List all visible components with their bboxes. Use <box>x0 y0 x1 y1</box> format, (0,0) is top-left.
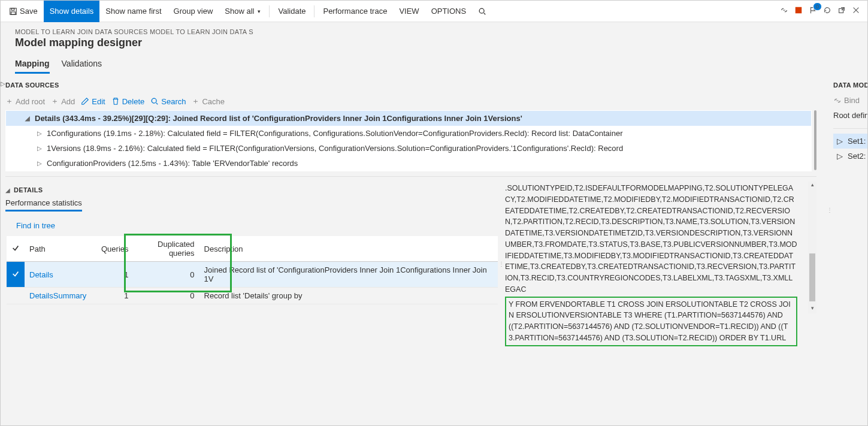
performance-trace-button[interactable]: Performance trace <box>317 1 393 22</box>
search-button[interactable]: Search <box>150 96 186 107</box>
tree-label: Details (343.4ms - 39.25%)[29][Q:29]: Jo… <box>35 114 522 123</box>
tree-row[interactable]: ▷ 1Versions (18.9ms - 2.16%): Calculated… <box>6 141 811 156</box>
details-header: DETAILS <box>14 186 43 194</box>
caret-right-icon[interactable]: ▷ <box>37 130 43 137</box>
data-sources-header: DATA SOURCES <box>5 74 816 92</box>
cell-desc: Joined Record list of 'ConfigurationProv… <box>199 262 498 288</box>
tree-label: 1Configurations (19.1ms - 2.18%): Calcul… <box>47 129 623 138</box>
splitter-handle[interactable]: ⋮ <box>498 182 505 346</box>
search-icon <box>150 97 159 105</box>
scroll-down-arrow[interactable]: ▾ <box>808 305 816 313</box>
save-label: Save <box>20 7 38 16</box>
group-view-button[interactable]: Group view <box>168 1 219 22</box>
caret-right-icon[interactable]: ▷ <box>37 145 43 152</box>
separator <box>314 5 314 17</box>
cell-queries: 1 <box>96 262 134 288</box>
main-toolbar: Save Show details Show name first Group … <box>1 1 867 22</box>
show-details-label: Show details <box>50 7 94 16</box>
show-all-dropdown[interactable]: Show all▾ <box>219 1 267 22</box>
save-icon <box>9 7 17 16</box>
notifications-button[interactable]: 0 <box>809 6 817 16</box>
collapse-panel-caret[interactable]: ▷ <box>1 80 5 346</box>
tab-mapping[interactable]: Mapping <box>15 55 50 74</box>
grid-row[interactable]: Details 1 0 Joined Record list of 'Confi… <box>7 262 498 288</box>
dm-label: Set2: Record <box>848 152 868 161</box>
scroll-thumb[interactable] <box>809 253 815 301</box>
add-button[interactable]: ＋Add <box>51 96 75 107</box>
caret-right-icon[interactable]: ▷ <box>837 137 843 146</box>
plus-icon: ＋ <box>5 96 13 107</box>
bind-button[interactable]: Bind <box>833 96 860 105</box>
svg-point-3 <box>479 8 484 13</box>
svg-line-4 <box>484 13 486 14</box>
close-button[interactable] <box>852 6 860 16</box>
cache-button[interactable]: ＋Cache <box>192 96 225 107</box>
delete-button[interactable]: Delete <box>111 96 145 107</box>
chevron-down-icon: ▾ <box>258 8 261 14</box>
data-model-row[interactable]: ▷ Set2: Record <box>833 149 868 164</box>
data-model-row[interactable]: ▷ Set1: Record <box>833 134 868 149</box>
cell-dup: 0 <box>134 288 199 304</box>
data-sources-tree: ◢ Details (343.4ms - 39.25%)[29][Q:29]: … <box>5 110 812 171</box>
tree-label: ConfigurationProviders (12.5ms - 1.43%):… <box>47 159 298 168</box>
svg-rect-5 <box>796 7 802 14</box>
validate-button[interactable]: Validate <box>272 1 311 22</box>
caret-right-icon[interactable]: ▷ <box>837 152 843 161</box>
cell-queries: 1 <box>96 288 134 304</box>
caret-down-icon[interactable]: ◢ <box>5 187 10 194</box>
col-path[interactable]: Path <box>25 236 96 262</box>
data-model-header: DATA MODEL <box>833 74 868 92</box>
row-checkbox[interactable] <box>7 262 25 288</box>
performance-statistics-tab[interactable]: Performance statistics <box>5 196 82 212</box>
splitter-handle[interactable]: ⋮ <box>826 74 833 346</box>
show-name-first-button[interactable]: Show name first <box>99 1 167 22</box>
plus-icon: ＋ <box>51 96 59 107</box>
page-title: Model mapping designer <box>1 35 867 55</box>
tree-row[interactable]: ▷ 1Configurations (19.1ms - 2.18%): Calc… <box>6 126 811 141</box>
page-tabs: Mapping Validations <box>1 55 867 74</box>
tree-row[interactable]: ▷ ConfigurationProviders (12.5ms - 1.43%… <box>6 156 811 171</box>
sql-text-highlighted: Y FROM ERVENDORTABLE T1 CROSS JOIN ERSOL… <box>505 297 797 346</box>
scroll-up-arrow[interactable]: ▴ <box>808 182 816 190</box>
col-description[interactable]: Description <box>199 236 498 262</box>
performance-grid: Path Queries Duplicated queries Descript… <box>7 236 498 304</box>
pencil-icon <box>81 97 89 105</box>
scrollbar[interactable]: ▴ ▾ <box>808 182 816 313</box>
edit-button[interactable]: Edit <box>81 96 105 107</box>
popout-button[interactable] <box>837 6 846 16</box>
save-button[interactable]: Save <box>3 1 44 22</box>
notification-count: 0 <box>813 2 822 11</box>
options-dropdown[interactable]: OPTIONS <box>425 1 473 22</box>
view-dropdown[interactable]: VIEW <box>393 1 425 22</box>
show-details-button[interactable]: Show details <box>44 1 100 22</box>
tree-row-details[interactable]: ◢ Details (343.4ms - 39.25%)[29][Q:29]: … <box>6 111 811 126</box>
link-icon <box>833 96 842 105</box>
caret-down-icon[interactable]: ◢ <box>25 115 31 122</box>
cell-path[interactable]: DetailsSummary <box>25 288 96 304</box>
col-queries[interactable]: Queries <box>96 236 134 262</box>
row-checkbox[interactable] <box>7 288 25 304</box>
link-icon[interactable] <box>780 6 788 16</box>
refresh-button[interactable] <box>823 6 831 16</box>
cell-dup: 0 <box>134 262 199 288</box>
popout-icon <box>837 6 846 14</box>
tab-validations[interactable]: Validations <box>62 55 102 74</box>
sql-text-top: .SOLUTIONTYPEID,T2.ISDEFAULTFORMODELMAPP… <box>505 182 808 295</box>
grid-row[interactable]: DetailsSummary 1 0 Record list 'Details'… <box>7 288 498 304</box>
trash-icon <box>111 97 120 105</box>
scrollbar[interactable] <box>814 110 816 170</box>
caret-right-icon[interactable]: ▷ <box>37 160 43 167</box>
check-column-header[interactable] <box>7 236 25 262</box>
cell-desc: Record list 'Details' group by <box>199 288 498 304</box>
close-icon <box>852 6 860 14</box>
cell-path[interactable]: Details <box>25 262 96 288</box>
svg-rect-1 <box>11 8 14 10</box>
find-in-tree-link[interactable]: Find in tree <box>5 217 498 236</box>
office-icon[interactable] <box>794 6 803 16</box>
toolbar-search-button[interactable] <box>472 1 492 22</box>
separator <box>269 5 270 17</box>
add-root-button[interactable]: ＋Add root <box>5 96 45 107</box>
svg-rect-2 <box>11 11 16 14</box>
search-icon <box>478 7 486 16</box>
col-dup-queries[interactable]: Duplicated queries <box>134 236 199 262</box>
